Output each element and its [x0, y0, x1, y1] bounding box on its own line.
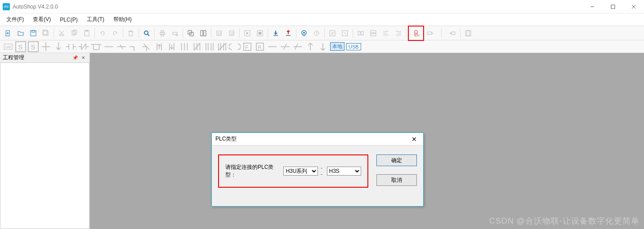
- panel-close-icon[interactable]: ✕: [81, 55, 85, 60]
- ladder2-icon[interactable]: [367, 27, 379, 39]
- pin-icon[interactable]: 📌: [72, 55, 78, 60]
- svg-line-23: [148, 34, 149, 36]
- print-preview-icon[interactable]: [169, 27, 181, 39]
- menu-file[interactable]: 文件(F): [2, 14, 28, 25]
- copy-icon[interactable]: [68, 27, 80, 39]
- contact-branch-icon[interactable]: [90, 41, 102, 52]
- not-icon[interactable]: [279, 41, 291, 52]
- connect-icon[interactable]: [425, 27, 436, 39]
- local-tag[interactable]: 本地: [330, 42, 344, 51]
- menu-view[interactable]: 查看(V): [28, 14, 55, 25]
- upload-icon[interactable]: [282, 27, 294, 39]
- compile-all-icon[interactable]: 10: [226, 27, 237, 39]
- project-panel: 工程管理 📌 ✕: [0, 53, 90, 229]
- contact-n-icon[interactable]: [166, 41, 178, 52]
- undo-icon[interactable]: [97, 27, 108, 39]
- test-connection-icon[interactable]: TEST: [410, 27, 422, 39]
- edit-mode2-icon[interactable]: [339, 27, 351, 39]
- plc-series-select[interactable]: H3U系列: [283, 167, 318, 176]
- app-icon: AS: [3, 3, 10, 10]
- time-icon[interactable]: [311, 27, 322, 39]
- svg-text:S: S: [31, 43, 35, 50]
- contact-pb2-icon[interactable]: [204, 41, 215, 52]
- svg-rect-69: [465, 31, 470, 36]
- svg-point-22: [144, 31, 148, 35]
- run-icon[interactable]: [242, 27, 253, 39]
- delete-icon[interactable]: [125, 27, 137, 39]
- wire-h-icon[interactable]: [103, 41, 115, 52]
- lad-icon[interactable]: LAD: [2, 41, 14, 52]
- ok-button[interactable]: 确定: [376, 154, 417, 166]
- usb-tag[interactable]: USB: [346, 43, 361, 50]
- menu-plc[interactable]: PLC(P): [55, 15, 82, 25]
- func-block-icon[interactable]: F: [242, 41, 253, 52]
- align2-icon[interactable]: [393, 27, 404, 39]
- monitor-icon[interactable]: [298, 27, 310, 39]
- svg-text:F: F: [245, 44, 248, 49]
- contact-nc-icon[interactable]: [78, 41, 89, 52]
- cut-icon[interactable]: [56, 27, 67, 39]
- print-icon[interactable]: [157, 27, 168, 39]
- new-file-icon[interactable]: [2, 27, 14, 39]
- download-icon[interactable]: [270, 27, 282, 39]
- disconnect-icon[interactable]: [447, 27, 458, 39]
- contact-pb-icon[interactable]: [179, 41, 190, 52]
- search-icon[interactable]: [141, 27, 152, 39]
- window-title: AutoShop V4.2.0.0: [13, 4, 58, 10]
- window-cascade-icon[interactable]: [185, 27, 197, 39]
- plc-type-field-highlight: 请指定连接的PLC类型： H3U系列 -- H3S: [218, 154, 368, 188]
- contact-nb2-icon[interactable]: [216, 41, 228, 52]
- wire-corner-icon[interactable]: [128, 41, 140, 52]
- s-box2-icon[interactable]: S: [27, 41, 39, 52]
- panel-header: 工程管理 📌 ✕: [0, 53, 89, 63]
- plc-model-select[interactable]: H3S: [327, 167, 361, 176]
- dialog-close-icon[interactable]: ✕: [409, 134, 420, 145]
- stop-icon[interactable]: [254, 27, 266, 39]
- paste-icon[interactable]: [81, 27, 93, 39]
- window-tile-icon[interactable]: [197, 27, 209, 39]
- menu-tools[interactable]: 工具(T): [82, 14, 109, 25]
- svg-rect-67: [428, 32, 431, 35]
- s-box1-icon[interactable]: S: [15, 41, 27, 52]
- svg-point-45: [303, 32, 305, 34]
- save-icon[interactable]: [27, 27, 39, 39]
- dialog-title-text: PLC类型: [215, 135, 237, 143]
- svg-point-11: [59, 34, 61, 36]
- reset-icon[interactable]: R: [254, 41, 266, 52]
- ladder1-icon[interactable]: [355, 27, 367, 39]
- help-doc-icon[interactable]: [462, 27, 474, 39]
- redo-icon[interactable]: [109, 27, 121, 39]
- hline-icon[interactable]: [40, 41, 52, 52]
- inv-icon[interactable]: [292, 41, 304, 52]
- svg-line-87: [81, 44, 86, 49]
- down-arrow-icon[interactable]: [53, 41, 64, 52]
- svg-line-52: [344, 32, 346, 35]
- cancel-button[interactable]: 取消: [376, 174, 417, 186]
- wire-h-del-icon[interactable]: [116, 41, 127, 52]
- svg-rect-50: [330, 31, 335, 36]
- edit-mode-icon[interactable]: [326, 27, 338, 39]
- coil-icon[interactable]: [229, 41, 241, 52]
- svg-line-14: [60, 31, 64, 34]
- minimize-button[interactable]: [582, 0, 603, 13]
- svg-rect-39: [259, 32, 261, 35]
- maximize-button[interactable]: [603, 0, 623, 13]
- compile-icon[interactable]: 01: [213, 27, 225, 39]
- svg-rect-1: [611, 5, 615, 9]
- save-all-icon[interactable]: [40, 27, 52, 39]
- svg-rect-70: [467, 31, 471, 36]
- svg-text:LAD: LAD: [5, 45, 11, 48]
- rise-icon[interactable]: [304, 41, 316, 52]
- contact-no-icon[interactable]: [65, 41, 77, 52]
- menu-help[interactable]: 帮助(H): [109, 14, 136, 25]
- wire-tool-icon[interactable]: [267, 41, 278, 52]
- wire-corner-del-icon[interactable]: [141, 41, 152, 52]
- contact-nb-icon[interactable]: [191, 41, 203, 52]
- close-button[interactable]: [623, 0, 644, 13]
- contact-p-icon[interactable]: [153, 41, 165, 52]
- fall-icon[interactable]: [317, 41, 329, 52]
- align1-icon[interactable]: [380, 27, 392, 39]
- open-folder-icon[interactable]: [15, 27, 27, 39]
- svg-rect-7: [31, 31, 36, 36]
- svg-text:TEST: TEST: [414, 34, 420, 37]
